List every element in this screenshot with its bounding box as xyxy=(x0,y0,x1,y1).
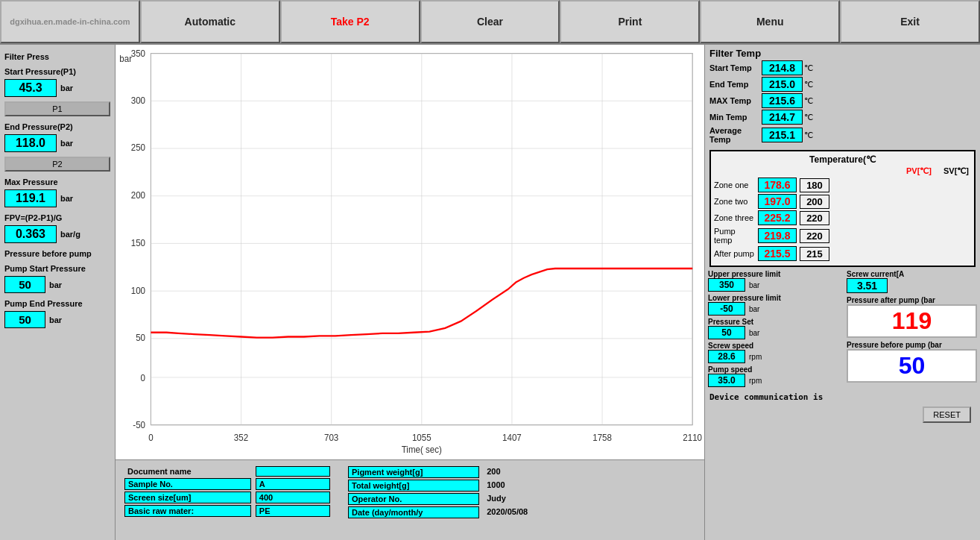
pump-start-unit: bar xyxy=(49,280,62,289)
avg-temp-value: 215.1 xyxy=(762,128,803,142)
p1-button[interactable]: P1 xyxy=(4,101,110,116)
screw-speed-unit: rpm xyxy=(749,353,762,361)
zone-three-pv: 225.2 xyxy=(758,210,797,225)
start-temp-label: Start Temp xyxy=(709,63,762,72)
avg-temp-unit: ℃ xyxy=(804,131,813,140)
pump-temp-label: Pump temp xyxy=(714,227,755,245)
reset-button[interactable]: RESET xyxy=(923,406,971,423)
lower-pressure-limit-label: Lower pressure limit xyxy=(708,294,844,302)
screen-size-label: Screen size[um] xyxy=(124,492,251,503)
temp-table-pv-header: PV[℃] xyxy=(900,166,938,176)
upper-pressure-limit-label: Upper pressure limit xyxy=(708,270,844,278)
start-temp-value: 214.8 xyxy=(762,60,803,75)
svg-text:352: 352 xyxy=(234,432,249,443)
fpv-unit: bar/g xyxy=(60,230,80,239)
pressure-after-pump-value: 119 xyxy=(847,304,977,338)
filter-temp-title: Filter Temp xyxy=(709,48,976,59)
zone-one-label: Zone one xyxy=(714,180,755,189)
pressure-before-pump-label: Pressure before pump xyxy=(4,249,110,258)
svg-text:350: 350 xyxy=(131,48,146,60)
svg-text:1407: 1407 xyxy=(502,432,522,443)
pump-start-value: 50 xyxy=(4,276,45,293)
p2-button[interactable]: P2 xyxy=(4,157,110,172)
max-pressure-value: 119.1 xyxy=(4,189,57,207)
total-weight-label: Total weight[g] xyxy=(348,480,479,492)
end-pressure-label: End Pressure(P2) xyxy=(4,122,110,131)
bottom-left-info: Document name Sample No. A Screen size[u… xyxy=(116,460,339,540)
max-temp-label: MAX Temp xyxy=(709,96,762,105)
start-temp-unit: ℃ xyxy=(804,63,813,73)
svg-text:300: 300 xyxy=(131,95,146,106)
zone-two-label: Zone two xyxy=(714,197,755,206)
pressure-limits-section: Upper pressure limit 350 bar Lower press… xyxy=(708,270,844,389)
basic-raw-value: PE xyxy=(256,505,330,517)
svg-text:0: 0 xyxy=(141,372,146,383)
max-pressure-label: Max Pressure xyxy=(4,178,110,186)
after-pump-pv: 215.5 xyxy=(758,246,797,261)
pump-speed-value: 35.0 xyxy=(708,374,745,387)
left-panel: Filter Press Start Pressure(P1) 45.3 bar… xyxy=(0,45,116,540)
toolbar-btn-take-p2[interactable]: Take P2 xyxy=(280,0,420,43)
svg-text:200: 200 xyxy=(131,190,146,201)
filter-temp-section: Filter Temp Start Temp 214.8 ℃ End Temp … xyxy=(705,45,980,148)
svg-text:50: 50 xyxy=(136,333,145,344)
pump-end-unit: bar xyxy=(49,315,62,324)
operator-no-label: Operator No. xyxy=(348,493,479,505)
max-pressure-unit: bar xyxy=(60,194,73,203)
temp-table-header-spacer xyxy=(856,166,897,176)
big-display-section: Screw current[A 3.51 Pressure after pump… xyxy=(847,270,977,389)
svg-text:1055: 1055 xyxy=(412,432,431,443)
pressure-before-pump-label: Pressure before pump (bar xyxy=(847,341,977,349)
zone-two-sv: 200 xyxy=(800,195,829,209)
start-pressure-label: Start Pressure(P1) xyxy=(4,67,110,76)
zone-one-pv: 178.6 xyxy=(758,178,797,192)
pressure-set-label: Pressure Set xyxy=(708,318,844,326)
svg-text:bar: bar xyxy=(119,54,132,65)
svg-text:100: 100 xyxy=(131,285,146,296)
pigment-weight-value: 200 xyxy=(484,466,584,478)
temp-table-title: Temperature(℃ xyxy=(714,154,971,165)
toolbar-btn-exit[interactable]: Exit xyxy=(840,0,980,43)
start-pressure-value: 45.3 xyxy=(4,79,57,97)
toolbar-btn-automatic[interactable]: Automatic xyxy=(140,0,280,43)
toolbar-btn-print[interactable]: Print xyxy=(560,0,700,43)
after-pump-label: After pump xyxy=(714,249,755,258)
toolbar: dgxihua.en.made-in-china.com Automatic T… xyxy=(0,0,980,45)
pigment-weight-label: Pigment weight[g] xyxy=(348,466,479,478)
end-temp-value: 215.0 xyxy=(762,77,803,92)
pump-end-value: 50 xyxy=(4,311,45,328)
end-pressure-value: 118.0 xyxy=(4,134,57,152)
max-temp-unit: ℃ xyxy=(804,96,813,106)
pump-start-pressure-label: Pump Start Pressure xyxy=(4,264,110,273)
pressure-after-pump-label: Pressure after pump (bar xyxy=(847,296,977,304)
svg-text:0: 0 xyxy=(148,432,154,443)
after-pump-sv: 215 xyxy=(800,247,829,261)
toolbar-btn-clear[interactable]: Clear xyxy=(420,0,560,43)
toolbar-btn-menu[interactable]: Menu xyxy=(700,0,840,43)
date-value: 2020/05/08 xyxy=(484,506,584,518)
screw-speed-label: Screw speed xyxy=(708,342,844,350)
pump-speed-label: Pump speed xyxy=(708,365,844,374)
lower-pressure-value: -50 xyxy=(708,302,745,315)
pump-end-pressure-label: Pump End Pressure xyxy=(4,299,110,308)
zone-one-sv: 180 xyxy=(800,178,829,192)
chart-area: 350 300 250 200 150 100 50 0 -50 bar 0 3… xyxy=(116,45,704,459)
pressure-before-pump-value: 50 xyxy=(847,349,977,383)
start-pressure-unit: bar xyxy=(60,84,73,92)
total-weight-value: 1000 xyxy=(484,480,584,492)
svg-text:2110: 2110 xyxy=(683,432,702,443)
sample-no-label: Sample No. xyxy=(124,478,251,490)
fpv-value: 0.363 xyxy=(4,225,57,243)
upper-pressure-unit: bar xyxy=(749,281,759,289)
svg-text:250: 250 xyxy=(131,142,146,154)
pump-temp-sv: 220 xyxy=(800,229,829,243)
min-temp-label: Min Temp xyxy=(709,113,762,122)
svg-text:703: 703 xyxy=(324,432,339,443)
zone-three-label: Zone three xyxy=(714,213,755,222)
end-temp-unit: ℃ xyxy=(804,80,813,90)
sample-no-value: A xyxy=(256,478,330,490)
fpv-label: FPV=(P2-P1)/G xyxy=(4,213,110,222)
screen-size-value: 400 xyxy=(256,492,330,503)
svg-text:Time( sec): Time( sec) xyxy=(402,444,442,455)
end-temp-label: End Temp xyxy=(709,80,762,89)
